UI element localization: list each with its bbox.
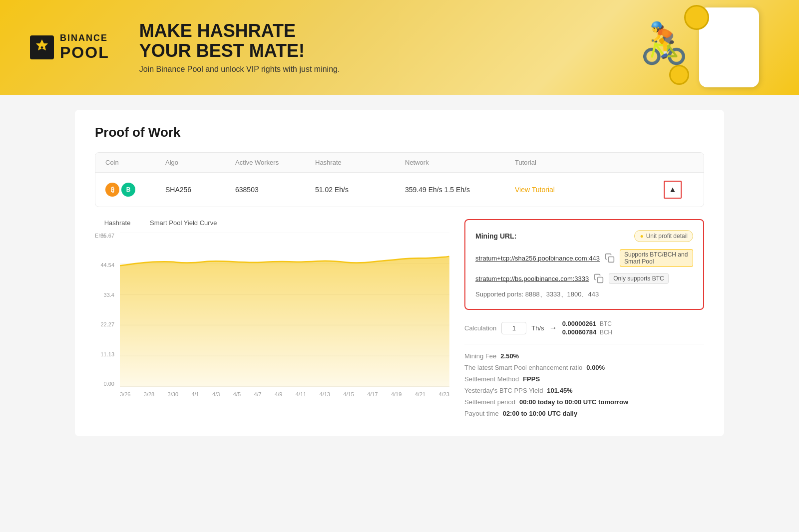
- coin-icons: ₿ B: [105, 183, 165, 197]
- y-axis: 55.67 44.54 33.4 22.27 11.13 0.00: [95, 233, 117, 387]
- th-algo: Algo: [165, 159, 235, 166]
- main-content: Proof of Work Coin Algo Active Workers H…: [75, 110, 724, 436]
- info-panel: Mining URL: ● Unit profit detail stratum…: [464, 219, 704, 421]
- banner-logo: BINANCE POOL: [30, 33, 109, 62]
- cyclist-illustration: 🚴: [639, 20, 689, 67]
- url-row-1: stratum+tcp://sha256.poolbinance.com:443…: [475, 249, 693, 267]
- info-row-settlement-method: Settlement Method FPPS: [464, 375, 704, 383]
- info-row-payout-time: Payout time 02:00 to 10:00 UTC daily: [464, 410, 704, 417]
- copy-icon-2[interactable]: [594, 273, 604, 283]
- url-2-link[interactable]: stratum+tcp://bs.poolbinance.com:3333: [475, 275, 589, 282]
- bch-icon: B: [121, 183, 135, 197]
- url-1-link[interactable]: stratum+tcp://sha256.poolbinance.com:443: [475, 255, 600, 262]
- url-2-badge: Only supports BTC: [609, 273, 668, 284]
- pow-table: Coin Algo Active Workers Hashrate Networ…: [95, 152, 704, 207]
- coin-illustration-2: [669, 65, 689, 85]
- url-1-badge: Supports BTC/BCH and Smart Pool: [620, 249, 693, 267]
- legend-hashrate: Hashrate: [95, 219, 130, 227]
- info-row-settlement-period: Settlement period 00:00 today to 00:00 U…: [464, 398, 704, 406]
- calc-label: Calculation: [464, 324, 496, 332]
- expand-cell: ▲: [664, 181, 694, 199]
- svg-rect-10: [598, 277, 603, 283]
- calc-bch-result: 0.00060784 BCH: [562, 328, 613, 336]
- banner: BINANCE POOL MAKE HASHRATE YOUR BEST MAT…: [0, 0, 799, 95]
- mining-url-header: Mining URL: ● Unit profit detail: [475, 230, 693, 242]
- hashrate-dot: [95, 221, 100, 226]
- calc-section: Calculation Th/s → 0.00000261 BTC 0.0006…: [464, 320, 704, 344]
- unit-profit-button[interactable]: ● Unit profit detail: [634, 230, 693, 242]
- info-row-btc-pps: Yesterday's BTC PPS Yield 101.45%: [464, 387, 704, 394]
- info-rows: Mining Fee 2.50% The latest Smart Pool e…: [464, 352, 704, 417]
- logo-binance-text: BINANCE: [60, 33, 109, 43]
- chart-legend: Hashrate Smart Pool Yield Curve: [95, 219, 449, 227]
- x-axis: 3/26 3/28 3/30 4/1 4/3 4/5 4/7 4/9 4/11 …: [120, 387, 449, 402]
- th-tutorial: Tutorial: [515, 159, 664, 166]
- smart-pool-dot: [140, 221, 145, 226]
- active-workers-value: 638503: [235, 186, 315, 194]
- table-row: ₿ B SHA256 638503 51.02 Eh/s 359.49 Eh/s…: [95, 173, 704, 207]
- arrow-icon: →: [549, 323, 557, 332]
- banner-illustration: 🚴: [549, 0, 799, 95]
- chart-section: Hashrate Smart Pool Yield Curve Eh/s 55.…: [95, 219, 449, 421]
- mining-url-title: Mining URL:: [475, 232, 516, 240]
- page-title: Proof of Work: [95, 125, 704, 140]
- calc-btc-result: 0.00000261 BTC: [562, 320, 613, 327]
- th-hashrate: Hashrate: [315, 159, 405, 166]
- th-network: Network: [405, 159, 515, 166]
- info-row-mining-fee: Mining Fee 2.50%: [464, 352, 704, 360]
- copy-icon-1[interactable]: [605, 253, 615, 263]
- th-coin: Coin: [105, 159, 165, 166]
- chart-svg: [120, 233, 449, 387]
- url-row-2: stratum+tcp://bs.poolbinance.com:3333 On…: [475, 273, 693, 284]
- chart-area: [120, 233, 449, 387]
- hashrate-value: 51.02 Eh/s: [315, 186, 405, 194]
- calc-input[interactable]: [501, 322, 526, 334]
- chart-info-section: Hashrate Smart Pool Yield Curve Eh/s 55.…: [95, 219, 704, 421]
- algo-value: SHA256: [165, 186, 235, 194]
- calc-row: Calculation Th/s → 0.00000261 BTC 0.0006…: [464, 320, 704, 336]
- logo-text: BINANCE POOL: [60, 33, 109, 62]
- view-tutorial-button[interactable]: View Tutorial: [515, 186, 555, 194]
- calc-results: 0.00000261 BTC 0.00060784 BCH: [562, 320, 613, 336]
- th-active-workers: Active Workers: [235, 159, 315, 166]
- th-expand: [664, 159, 694, 166]
- supported-ports: Supported ports: 8888、3333、1800、443: [475, 290, 693, 299]
- network-value: 359.49 Eh/s 1.5 Eh/s: [405, 186, 515, 194]
- info-row-smart-pool: The latest Smart Pool enhancement ratio …: [464, 364, 704, 371]
- btc-icon: ₿: [105, 183, 119, 197]
- logo-pool-text: POOL: [60, 43, 109, 62]
- table-header: Coin Algo Active Workers Hashrate Networ…: [95, 153, 704, 173]
- calc-unit: Th/s: [531, 324, 544, 332]
- binance-logo-icon: [30, 35, 54, 59]
- expand-button[interactable]: ▲: [664, 181, 682, 199]
- legend-smart-pool: Smart Pool Yield Curve: [140, 219, 217, 227]
- chart-wrapper: Eh/s 55.67 44.54 33.4 22.27 11.13 0.00: [95, 233, 449, 402]
- tutorial-cell: View Tutorial: [515, 186, 664, 194]
- svg-rect-9: [608, 257, 614, 263]
- mining-url-card: Mining URL: ● Unit profit detail stratum…: [464, 219, 704, 310]
